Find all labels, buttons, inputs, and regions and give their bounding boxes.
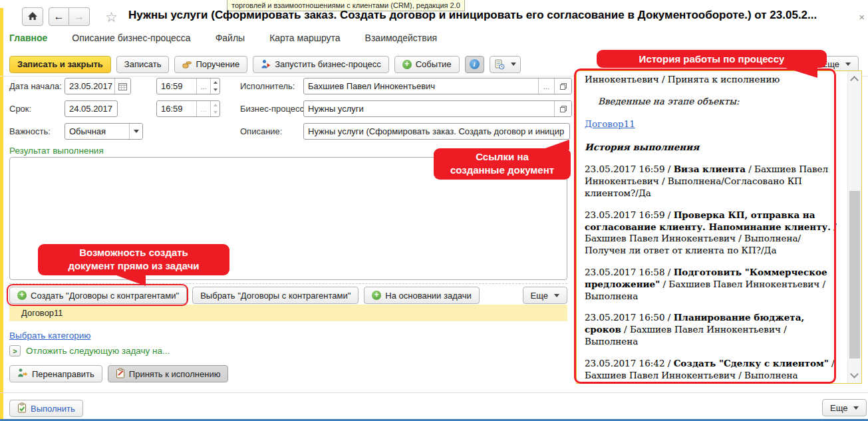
save-and-close-label: Записать и закрыть bbox=[17, 59, 103, 69]
postpone-control: > Отложить следующую задачу на... bbox=[9, 345, 170, 356]
history-heading: История выполнения bbox=[585, 142, 841, 154]
start-date-value: 23.05.2017 bbox=[65, 78, 114, 94]
entry-date: 23.05.2017 16:59 / bbox=[585, 210, 674, 220]
execute-label: Выполнить bbox=[31, 404, 75, 414]
process-history-content: Иннокентьевич / Принята к исполнению Вве… bbox=[577, 71, 847, 383]
save-button[interactable]: Записать bbox=[116, 56, 170, 73]
select-contract-button[interactable]: Выбрать "Договоры с контрагентами" bbox=[192, 287, 359, 304]
execute-clipboard-icon bbox=[17, 402, 27, 415]
scroll-up-icon[interactable] bbox=[850, 76, 859, 84]
back-button[interactable]: ← bbox=[49, 7, 69, 26]
process-field[interactable]: Нужны услуги bbox=[303, 100, 572, 117]
callout-create-line2: документ прямо из задачи bbox=[45, 259, 223, 273]
time-spinner[interactable] bbox=[210, 78, 219, 94]
chevron-down-icon[interactable] bbox=[129, 124, 142, 139]
create-contract-button[interactable]: + Создать "Договоры с контрагентами" bbox=[9, 287, 187, 304]
description-field[interactable]: Нужны услуги (Сформировать заказ. Создат… bbox=[303, 123, 570, 140]
start-date-field[interactable]: 23.05.2017 bbox=[65, 78, 131, 94]
tab-main[interactable]: Главное bbox=[9, 33, 47, 43]
scrollbar-thumb[interactable] bbox=[849, 191, 860, 358]
more-label: Еще bbox=[531, 291, 548, 301]
start-time-field[interactable]: 16:59 ... bbox=[156, 78, 220, 94]
based-on-task-button[interactable]: + На основании задачи bbox=[364, 287, 479, 304]
close-icon[interactable]: × bbox=[859, 11, 865, 23]
history-scrollbar[interactable] bbox=[847, 71, 861, 383]
favorite-star-icon[interactable]: ☆ bbox=[105, 9, 118, 25]
home-button[interactable] bbox=[22, 7, 43, 26]
errand-label: Поручение bbox=[196, 59, 239, 69]
spinner-down-icon[interactable] bbox=[211, 86, 219, 94]
process-label: Бизнес-процесс: bbox=[240, 104, 307, 114]
spinner-up-icon[interactable] bbox=[211, 78, 219, 86]
document-link[interactable]: Договор11 bbox=[585, 118, 635, 129]
choose-category-link[interactable]: Выбрать категорию bbox=[9, 331, 90, 341]
start-business-process-button[interactable]: Запустить бизнес-процесс bbox=[253, 56, 388, 73]
start-time-value: 16:59 bbox=[157, 78, 196, 94]
callout-history-text: История работы по процессу bbox=[639, 53, 785, 65]
document-history-button[interactable] bbox=[490, 56, 521, 73]
chevron-down-icon bbox=[853, 406, 859, 410]
nav-buttons: ← → bbox=[49, 7, 90, 26]
plus-icon: + bbox=[402, 60, 412, 69]
calendar-icon[interactable] bbox=[114, 78, 130, 94]
expand-icon[interactable]: > bbox=[9, 345, 21, 356]
spinner-up-icon bbox=[211, 101, 219, 109]
footer-more-button[interactable]: Еще bbox=[822, 399, 867, 416]
due-time-field[interactable]: 16:59 ... bbox=[156, 100, 220, 117]
document-clock-icon bbox=[494, 59, 505, 70]
executor-value: Бахшиев Павел Иннокентьевич bbox=[304, 78, 538, 94]
linked-document-name: Договор11 bbox=[21, 308, 63, 318]
due-date-field[interactable]: 24.05.2017 bbox=[65, 100, 118, 117]
documents-more-button[interactable]: Еще bbox=[523, 287, 567, 304]
entry-date: 23.05.2017 16:59 / bbox=[585, 164, 674, 174]
due-date-label: Срок: bbox=[9, 104, 31, 114]
description-label: Описание: bbox=[240, 126, 282, 136]
process-history-panel: Иннокентьевич / Принята к исполнению Вве… bbox=[576, 70, 862, 384]
linked-document-row[interactable]: Договор11 bbox=[9, 305, 567, 321]
callout-history: История работы по процессу bbox=[597, 50, 827, 68]
due-time-select-button: ... bbox=[196, 101, 210, 116]
info-button[interactable]: i bbox=[465, 56, 484, 73]
documents-toolbar: + Создать "Договоры с контрагентами" Выб… bbox=[9, 287, 567, 304]
redirect-label: Перенаправить bbox=[32, 369, 94, 379]
open-icon[interactable] bbox=[554, 78, 571, 94]
execute-button[interactable]: Выполнить bbox=[9, 400, 83, 417]
callout-links-line1: Ссылки на bbox=[440, 150, 564, 164]
chevron-down-icon bbox=[511, 63, 516, 66]
scroll-down-icon[interactable] bbox=[850, 370, 859, 378]
tab-bar: Главное Описание бизнес-процесса Файлы К… bbox=[9, 33, 437, 43]
event-button[interactable]: + Событие bbox=[394, 56, 460, 73]
executor-field[interactable]: Бахшиев Павел Иннокентьевич ... bbox=[303, 78, 572, 94]
postpone-link[interactable]: Отложить следующую задачу на... bbox=[26, 346, 170, 356]
due-time-value: 16:59 bbox=[157, 101, 196, 116]
save-and-close-button[interactable]: Записать и закрыть bbox=[9, 56, 111, 73]
forward-button[interactable]: → bbox=[69, 7, 90, 26]
accept-button[interactable]: Принять к исполнению bbox=[108, 365, 229, 382]
tab-route-map[interactable]: Карта маршрута bbox=[269, 33, 340, 43]
tab-interactions[interactable]: Взаимодействия bbox=[365, 33, 438, 43]
process-value: Нужны услуги bbox=[304, 101, 554, 116]
footer-separator bbox=[0, 392, 868, 393]
chevron-down-icon bbox=[845, 63, 851, 66]
event-label: Событие bbox=[416, 59, 452, 69]
tab-files[interactable]: Файлы bbox=[216, 33, 245, 43]
due-time-spinner bbox=[210, 101, 219, 116]
task-window: торговлей и взаимоотношениями с клиентам… bbox=[0, 0, 868, 421]
callout-tail bbox=[541, 140, 569, 150]
tab-process-description[interactable]: Описание бизнес-процесса bbox=[72, 33, 190, 43]
open-icon[interactable] bbox=[554, 101, 571, 116]
time-select-button[interactable]: ... bbox=[196, 78, 210, 94]
errand-button[interactable]: Поручение bbox=[174, 56, 247, 73]
select-contract-label: Выбрать "Договоры с контрагентами" bbox=[200, 291, 351, 301]
more-label: Еще bbox=[830, 403, 847, 413]
section-separator bbox=[9, 283, 567, 284]
executor-select-button[interactable]: ... bbox=[538, 78, 554, 94]
description-value: Нужны услуги (Сформировать заказ. Создат… bbox=[304, 124, 569, 139]
start-process-icon bbox=[261, 59, 271, 69]
home-icon bbox=[27, 11, 38, 23]
chevron-down-icon bbox=[554, 294, 559, 297]
redirect-button[interactable]: Перенаправить bbox=[9, 365, 102, 382]
due-date-value: 24.05.2017 bbox=[65, 101, 117, 116]
history-entry: 23.05.2017 16:59 / Виза клиента / Бахшие… bbox=[585, 164, 841, 199]
importance-dropdown[interactable]: Обычная bbox=[65, 123, 143, 140]
